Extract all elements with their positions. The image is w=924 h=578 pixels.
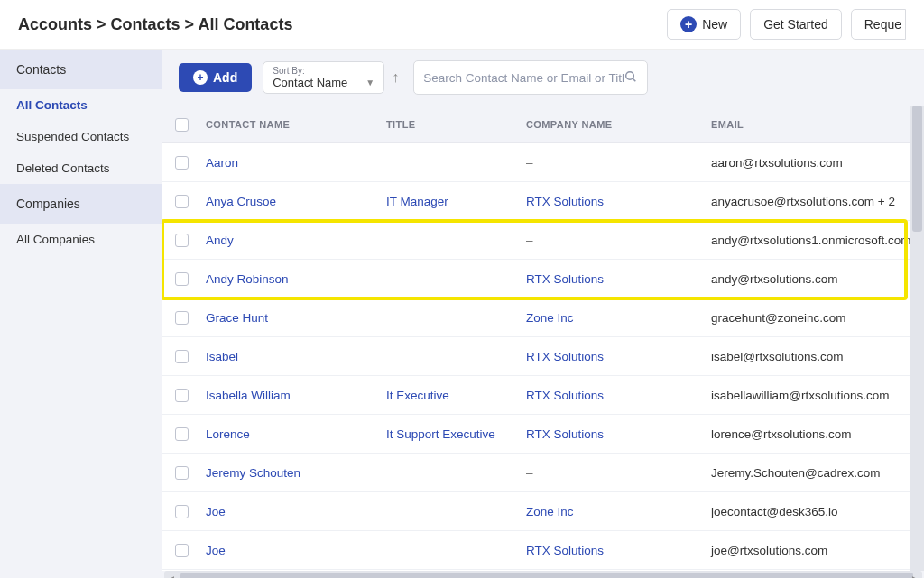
sidebar-item-all-contacts[interactable]: All Contacts [0, 89, 162, 121]
row-checkbox[interactable] [175, 350, 189, 363]
row-checkbox[interactable] [175, 427, 189, 441]
row-checkbox[interactable] [175, 389, 189, 402]
new-button[interactable]: + New [667, 9, 741, 40]
get-started-button[interactable]: Get Started [750, 9, 842, 40]
row-checkbox[interactable] [175, 195, 189, 208]
contact-name-link[interactable]: Joe [206, 505, 226, 518]
table-row[interactable]: LorenceIt Support ExecutiveRTX Solutions… [162, 415, 924, 454]
scroll-right-icon[interactable]: ► [908, 571, 922, 578]
contact-name-link[interactable]: Lorence [206, 427, 250, 441]
add-button-label: Add [213, 70, 237, 85]
company-name: – [526, 234, 533, 247]
row-checkbox[interactable] [175, 272, 189, 286]
contact-name-link[interactable]: Jeremy Schouten [206, 466, 300, 480]
vertical-scrollbar[interactable] [910, 106, 924, 571]
company-name[interactable]: RTX Solutions [526, 427, 604, 441]
table-row[interactable]: IsabelRTX Solutionsisabel@rtxsolutions.c… [162, 337, 924, 376]
sort-dropdown[interactable]: Sort By: Contact Name ▼ [263, 61, 384, 94]
row-checkbox[interactable] [175, 311, 189, 325]
contact-name-link[interactable]: Isabella William [206, 389, 291, 402]
contact-email: joe@rtxsolutions.com [711, 544, 827, 557]
contact-name-link[interactable]: Joe [206, 544, 226, 557]
contact-email: aaron@rtxsolutions.com [711, 156, 843, 170]
sidebar: Contacts All ContactsSuspended ContactsD… [0, 50, 162, 578]
horizontal-scrollbar[interactable]: ◄ ► [164, 571, 922, 578]
company-name[interactable]: RTX Solutions [526, 195, 604, 208]
sort-value: Contact Name [273, 76, 347, 89]
row-checkbox[interactable] [175, 544, 189, 557]
company-name[interactable]: RTX Solutions [526, 272, 604, 286]
svg-line-1 [633, 78, 635, 81]
sidebar-item-deleted-contacts[interactable]: Deleted Contacts [0, 152, 162, 184]
table-row[interactable]: Grace HuntZone Incgracehunt@zoneinc.com [162, 298, 924, 337]
col-header-title[interactable]: TITLE [386, 119, 526, 130]
add-button[interactable]: + Add [179, 63, 252, 92]
table-row[interactable]: Andy RobinsonRTX Solutionsandy@rtxsoluti… [162, 260, 924, 298]
breadcrumb: Accounts > Contacts > All Contacts [18, 15, 292, 34]
row-checkbox[interactable] [175, 505, 189, 518]
new-button-label: New [702, 17, 727, 32]
col-header-email[interactable]: EMAIL [711, 119, 911, 130]
sidebar-section-companies[interactable]: Companies [0, 184, 162, 224]
contact-email: gracehunt@zoneinc.com [711, 311, 846, 325]
sort-by-label: Sort By: [273, 66, 374, 76]
svg-point-0 [626, 71, 634, 79]
contact-name-link[interactable]: Andy [206, 234, 234, 247]
search-box[interactable] [413, 60, 648, 95]
row-checkbox[interactable] [175, 156, 189, 170]
chevron-down-icon: ▼ [365, 78, 374, 87]
select-all-checkbox[interactable] [175, 118, 189, 132]
contact-email: Jeremy.Schouten@cadrex.com [711, 466, 881, 480]
plus-icon: + [680, 16, 697, 32]
contact-email: isabel@rtxsolutions.com [711, 350, 844, 363]
contact-name-link[interactable]: Andy Robinson [206, 272, 289, 286]
contact-name-link[interactable]: Isabel [206, 350, 238, 363]
table-header: CONTACT NAME TITLE COMPANY NAME EMAIL [162, 106, 924, 143]
contact-email: andy@rtxsolutions1.onmicrosoft.com [711, 234, 911, 247]
sidebar-section-contacts[interactable]: Contacts [0, 50, 162, 89]
contact-name-link[interactable]: Grace Hunt [206, 311, 268, 325]
table-row[interactable]: Jeremy Schouten–Jeremy.Schouten@cadrex.c… [162, 454, 924, 492]
company-name[interactable]: RTX Solutions [526, 350, 604, 363]
search-input[interactable] [423, 71, 624, 85]
contact-email: andy@rtxsolutions.com [711, 272, 838, 286]
row-checkbox[interactable] [175, 234, 189, 247]
scroll-left-icon[interactable]: ◄ [164, 571, 179, 578]
sidebar-item-suspended-contacts[interactable]: Suspended Contacts [0, 121, 162, 152]
table-row[interactable]: Anya CrusoeIT ManagerRTX Solutionsanyacr… [162, 182, 924, 221]
contact-title[interactable]: It Executive [386, 389, 449, 402]
company-name: – [526, 156, 533, 170]
contact-email: isabellawilliam@rtxsolutions.com [711, 389, 890, 402]
company-name[interactable]: RTX Solutions [526, 389, 604, 402]
company-name[interactable]: Zone Inc [526, 311, 574, 325]
contact-email: anyacrusoe@rtxsolutions.com + 2 [711, 195, 895, 208]
contact-title[interactable]: IT Manager [386, 195, 448, 208]
sort-direction-toggle[interactable]: ↑ [388, 69, 402, 86]
row-checkbox[interactable] [175, 466, 189, 480]
table-row[interactable]: Andy–andy@rtxsolutions1.onmicrosoft.com [162, 221, 924, 260]
company-name: – [526, 466, 533, 480]
table-row[interactable]: Isabella WilliamIt ExecutiveRTX Solution… [162, 376, 924, 415]
plus-icon: + [193, 70, 208, 85]
sidebar-item-all-companies[interactable]: All Companies [0, 224, 162, 255]
table-row[interactable]: JoeRTX Solutionsjoe@rtxsolutions.com [162, 531, 924, 570]
col-header-name[interactable]: CONTACT NAME [206, 119, 386, 130]
contacts-table: CONTACT NAME TITLE COMPANY NAME EMAIL Aa… [162, 106, 924, 571]
table-row[interactable]: JoeZone Incjoecontact@desk365.io [162, 492, 924, 531]
contact-email: joecontact@desk365.io [711, 505, 838, 518]
request-button[interactable]: Reque [851, 9, 906, 40]
contact-title[interactable]: It Support Executive [386, 427, 495, 441]
contact-name-link[interactable]: Aaron [206, 156, 238, 170]
contact-name-link[interactable]: Anya Crusoe [206, 195, 276, 208]
toolbar: + Add Sort By: Contact Name ▼ ↑ [162, 50, 924, 106]
col-header-company[interactable]: COMPANY NAME [526, 119, 711, 130]
company-name[interactable]: Zone Inc [526, 505, 574, 518]
table-row[interactable]: Aaron–aaron@rtxsolutions.com [162, 143, 924, 182]
search-icon[interactable] [624, 69, 638, 87]
contact-email: lorence@rtxsolutions.com [711, 427, 852, 441]
company-name[interactable]: RTX Solutions [526, 544, 604, 557]
